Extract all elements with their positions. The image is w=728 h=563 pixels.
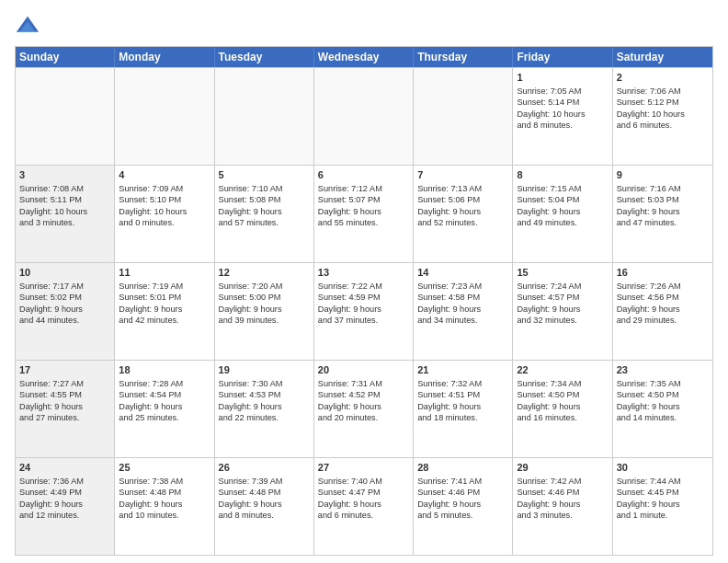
day-info: Sunrise: 7:08 AM Sunset: 5:11 PM Dayligh…	[19, 184, 87, 227]
day-number: 17	[19, 363, 110, 377]
day-cell-empty-0-0	[16, 68, 115, 165]
day-cell-28: 28Sunrise: 7:41 AM Sunset: 4:46 PM Dayli…	[414, 458, 513, 555]
day-number: 5	[219, 168, 310, 182]
day-info: Sunrise: 7:22 AM Sunset: 4:59 PM Dayligh…	[318, 282, 382, 325]
day-cell-13: 13Sunrise: 7:22 AM Sunset: 4:59 PM Dayli…	[314, 263, 414, 360]
day-cell-23: 23Sunrise: 7:35 AM Sunset: 4:50 PM Dayli…	[613, 361, 712, 457]
header-cell-monday: Monday	[115, 47, 214, 67]
day-info: Sunrise: 7:41 AM Sunset: 4:46 PM Dayligh…	[417, 477, 482, 520]
day-info: Sunrise: 7:19 AM Sunset: 5:01 PM Dayligh…	[119, 282, 183, 325]
day-info: Sunrise: 7:38 AM Sunset: 4:48 PM Dayligh…	[119, 477, 183, 520]
day-info: Sunrise: 7:17 AM Sunset: 5:02 PM Dayligh…	[19, 282, 84, 325]
calendar-body: 1Sunrise: 7:05 AM Sunset: 5:14 PM Daylig…	[16, 67, 712, 555]
day-number: 4	[119, 168, 210, 182]
day-info: Sunrise: 7:36 AM Sunset: 4:49 PM Dayligh…	[19, 477, 84, 520]
day-cell-12: 12Sunrise: 7:20 AM Sunset: 5:00 PM Dayli…	[215, 263, 314, 360]
day-cell-10: 10Sunrise: 7:17 AM Sunset: 5:02 PM Dayli…	[16, 263, 115, 360]
logo-icon	[15, 15, 40, 40]
day-number: 19	[219, 363, 310, 377]
day-number: 23	[617, 363, 709, 377]
day-number: 15	[517, 266, 608, 280]
day-cell-6: 6Sunrise: 7:12 AM Sunset: 5:07 PM Daylig…	[314, 166, 414, 262]
day-number: 7	[417, 168, 508, 182]
day-number: 22	[517, 363, 608, 377]
day-number: 18	[119, 363, 210, 377]
day-cell-30: 30Sunrise: 7:44 AM Sunset: 4:45 PM Dayli…	[613, 458, 712, 555]
day-cell-26: 26Sunrise: 7:39 AM Sunset: 4:48 PM Dayli…	[215, 458, 314, 555]
day-cell-14: 14Sunrise: 7:23 AM Sunset: 4:58 PM Dayli…	[414, 263, 513, 360]
day-cell-18: 18Sunrise: 7:28 AM Sunset: 4:54 PM Dayli…	[115, 361, 214, 457]
day-number: 30	[617, 461, 709, 475]
day-cell-20: 20Sunrise: 7:31 AM Sunset: 4:52 PM Dayli…	[314, 361, 414, 457]
day-number: 11	[119, 266, 210, 280]
day-number: 29	[517, 461, 608, 475]
day-number: 14	[417, 266, 508, 280]
day-cell-3: 3Sunrise: 7:08 AM Sunset: 5:11 PM Daylig…	[16, 166, 115, 262]
day-info: Sunrise: 7:27 AM Sunset: 4:55 PM Dayligh…	[19, 379, 84, 422]
calendar-row-4: 24Sunrise: 7:36 AM Sunset: 4:49 PM Dayli…	[16, 457, 712, 555]
header-cell-friday: Friday	[513, 47, 612, 67]
day-cell-empty-0-1	[115, 68, 214, 165]
day-cell-11: 11Sunrise: 7:19 AM Sunset: 5:01 PM Dayli…	[115, 263, 214, 360]
day-info: Sunrise: 7:42 AM Sunset: 4:46 PM Dayligh…	[517, 477, 581, 520]
day-cell-22: 22Sunrise: 7:34 AM Sunset: 4:50 PM Dayli…	[513, 361, 612, 457]
day-cell-empty-0-4	[414, 68, 513, 165]
header-cell-wednesday: Wednesday	[314, 47, 414, 67]
day-info: Sunrise: 7:10 AM Sunset: 5:08 PM Dayligh…	[219, 184, 283, 227]
calendar-row-2: 10Sunrise: 7:17 AM Sunset: 5:02 PM Dayli…	[16, 262, 712, 360]
day-cell-1: 1Sunrise: 7:05 AM Sunset: 5:14 PM Daylig…	[513, 68, 612, 165]
day-cell-15: 15Sunrise: 7:24 AM Sunset: 4:57 PM Dayli…	[513, 263, 612, 360]
day-number: 1	[517, 71, 608, 85]
day-number: 8	[517, 168, 608, 182]
day-number: 20	[318, 363, 409, 377]
day-info: Sunrise: 7:31 AM Sunset: 4:52 PM Dayligh…	[318, 379, 382, 422]
calendar-row-3: 17Sunrise: 7:27 AM Sunset: 4:55 PM Dayli…	[16, 360, 712, 457]
header-cell-sunday: Sunday	[16, 47, 115, 67]
day-info: Sunrise: 7:20 AM Sunset: 5:00 PM Dayligh…	[219, 282, 283, 325]
day-cell-27: 27Sunrise: 7:40 AM Sunset: 4:47 PM Dayli…	[314, 458, 414, 555]
day-info: Sunrise: 7:32 AM Sunset: 4:51 PM Dayligh…	[417, 379, 482, 422]
day-cell-7: 7Sunrise: 7:13 AM Sunset: 5:06 PM Daylig…	[414, 166, 513, 262]
day-number: 21	[417, 363, 508, 377]
header-cell-saturday: Saturday	[613, 47, 712, 67]
logo	[15, 15, 44, 40]
day-number: 27	[318, 461, 409, 475]
day-info: Sunrise: 7:06 AM Sunset: 5:12 PM Dayligh…	[617, 86, 685, 130]
header	[15, 11, 713, 40]
day-cell-9: 9Sunrise: 7:16 AM Sunset: 5:03 PM Daylig…	[613, 166, 712, 262]
calendar-header: SundayMondayTuesdayWednesdayThursdayFrid…	[16, 47, 712, 67]
calendar-row-1: 3Sunrise: 7:08 AM Sunset: 5:11 PM Daylig…	[16, 165, 712, 262]
day-info: Sunrise: 7:44 AM Sunset: 4:45 PM Dayligh…	[617, 477, 681, 520]
day-cell-29: 29Sunrise: 7:42 AM Sunset: 4:46 PM Dayli…	[513, 458, 612, 555]
day-cell-empty-0-3	[314, 68, 414, 165]
day-info: Sunrise: 7:30 AM Sunset: 4:53 PM Dayligh…	[219, 379, 283, 422]
day-info: Sunrise: 7:40 AM Sunset: 4:47 PM Dayligh…	[318, 477, 382, 520]
day-cell-empty-0-2	[215, 68, 314, 165]
day-info: Sunrise: 7:35 AM Sunset: 4:50 PM Dayligh…	[617, 379, 681, 422]
day-number: 28	[417, 461, 508, 475]
day-cell-16: 16Sunrise: 7:26 AM Sunset: 4:56 PM Dayli…	[613, 263, 712, 360]
day-info: Sunrise: 7:05 AM Sunset: 5:14 PM Dayligh…	[517, 86, 585, 130]
day-cell-4: 4Sunrise: 7:09 AM Sunset: 5:10 PM Daylig…	[115, 166, 214, 262]
day-number: 12	[219, 266, 310, 280]
day-info: Sunrise: 7:23 AM Sunset: 4:58 PM Dayligh…	[417, 282, 482, 325]
day-number: 10	[19, 266, 110, 280]
day-info: Sunrise: 7:34 AM Sunset: 4:50 PM Dayligh…	[517, 379, 581, 422]
day-cell-2: 2Sunrise: 7:06 AM Sunset: 5:12 PM Daylig…	[613, 68, 712, 165]
day-cell-19: 19Sunrise: 7:30 AM Sunset: 4:53 PM Dayli…	[215, 361, 314, 457]
day-number: 24	[19, 461, 110, 475]
day-cell-24: 24Sunrise: 7:36 AM Sunset: 4:49 PM Dayli…	[16, 458, 115, 555]
header-cell-thursday: Thursday	[414, 47, 513, 67]
day-cell-21: 21Sunrise: 7:32 AM Sunset: 4:51 PM Dayli…	[414, 361, 513, 457]
day-cell-8: 8Sunrise: 7:15 AM Sunset: 5:04 PM Daylig…	[513, 166, 612, 262]
day-info: Sunrise: 7:13 AM Sunset: 5:06 PM Dayligh…	[417, 184, 482, 227]
day-info: Sunrise: 7:26 AM Sunset: 4:56 PM Dayligh…	[617, 282, 681, 325]
day-info: Sunrise: 7:12 AM Sunset: 5:07 PM Dayligh…	[318, 184, 382, 227]
day-number: 25	[119, 461, 210, 475]
day-cell-25: 25Sunrise: 7:38 AM Sunset: 4:48 PM Dayli…	[115, 458, 214, 555]
day-number: 13	[318, 266, 409, 280]
day-info: Sunrise: 7:16 AM Sunset: 5:03 PM Dayligh…	[617, 184, 681, 227]
day-info: Sunrise: 7:15 AM Sunset: 5:04 PM Dayligh…	[517, 184, 581, 227]
day-cell-5: 5Sunrise: 7:10 AM Sunset: 5:08 PM Daylig…	[215, 166, 314, 262]
calendar: SundayMondayTuesdayWednesdayThursdayFrid…	[15, 46, 713, 556]
